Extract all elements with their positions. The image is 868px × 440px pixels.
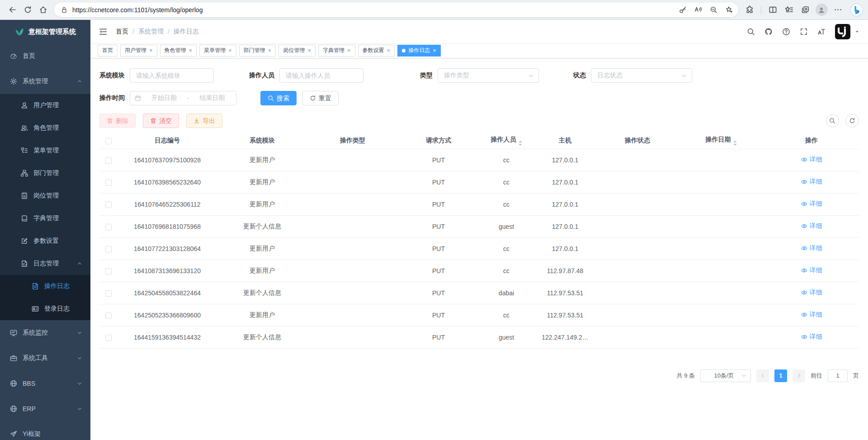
sidebar-item-monitor[interactable]: 系统监控 [0,320,90,345]
row-checkbox[interactable] [105,312,112,319]
detail-link[interactable]: 详细 [801,200,822,208]
row-checkbox[interactable] [105,157,112,164]
detail-link[interactable]: 详细 [801,178,822,186]
sidebar-item-users[interactable]: 用户管理 [0,94,90,117]
row-checkbox[interactable] [105,268,112,274]
address-bar[interactable]: https://ccnetcore.com:1101/system/log/op… [54,3,738,17]
sort-caret-icon[interactable] [519,141,522,146]
sidebar-item-tools[interactable]: 系统工具 [0,345,90,371]
tab-岗位管理[interactable]: 岗位管理× [278,45,316,57]
sidebar-item-logs[interactable]: 日志管理 [0,252,90,275]
browser-refresh-button[interactable] [20,2,35,18]
detail-link[interactable]: 详细 [801,266,822,274]
tab-close-icon[interactable]: × [433,47,436,53]
row-checkbox[interactable] [105,335,112,341]
header-search-button[interactable] [747,28,755,36]
copilot-button[interactable] [850,3,863,17]
tab-close-icon[interactable]: × [189,47,193,53]
split-screen-button[interactable] [765,2,780,18]
tab-首页[interactable]: 首页 [98,45,118,57]
row-checkbox[interactable] [105,224,112,230]
page-number-button[interactable]: 1 [774,369,787,382]
sidebar-item-home[interactable]: 首页 [0,43,90,69]
operator-input[interactable] [279,68,363,83]
next-page-button[interactable] [793,369,805,382]
tab-参数设置[interactable]: 参数设置× [358,45,395,57]
search-button[interactable]: 搜索 [260,91,297,105]
password-manager-button[interactable] [676,3,689,17]
user-avatar[interactable] [835,24,850,39]
date-range-picker[interactable]: 开始日期 - 结束日期 [130,91,236,105]
sidebar-item-bbs[interactable]: BBS [0,371,90,396]
tab-操作日志[interactable]: 操作日志× [397,45,441,57]
extensions-button[interactable] [742,2,757,18]
sidebar-item-posts[interactable]: 岗位管理 [0,185,90,207]
prev-page-button[interactable] [756,369,769,382]
refresh-icon [24,5,32,14]
tab-close-icon[interactable]: × [149,47,153,53]
column-header[interactable]: 操作人员 [491,136,516,143]
sidebar-item-system[interactable]: 系统管理 [0,69,90,94]
select-all-checkbox[interactable] [105,138,112,144]
sidebar-item-roles[interactable]: 角色管理 [0,117,90,139]
export-button[interactable]: 导出 [186,114,222,128]
detail-link[interactable]: 详细 [801,244,822,252]
collections-button[interactable] [797,2,813,18]
detail-link[interactable]: 详细 [801,289,822,297]
row-checkbox[interactable] [105,202,112,208]
tab-部门管理[interactable]: 部门管理× [239,45,276,57]
delete-button[interactable]: 删除 [99,114,136,128]
sidebar-item-menus[interactable]: 菜单管理 [0,139,90,162]
browser-home-button[interactable] [35,2,51,18]
detail-link[interactable]: 详细 [801,156,822,164]
tab-close-icon[interactable]: × [347,47,351,53]
column-header[interactable]: 操作日期 [706,136,731,143]
favorites-bar-button[interactable] [781,2,797,18]
detail-link[interactable]: 详细 [801,333,822,341]
github-link[interactable] [764,28,773,36]
type-select[interactable]: 操作类型 [438,68,539,83]
tab-菜单管理[interactable]: 菜单管理× [199,45,236,57]
sidebar-item-departments[interactable]: 部门管理 [0,162,90,185]
reset-button[interactable]: 重置 [302,91,339,105]
browser-menu-button[interactable] [830,2,845,18]
row-checkbox[interactable] [105,246,112,252]
tab-字典管理[interactable]: 字典管理× [318,45,355,57]
user-menu-caret-icon[interactable] [854,29,860,34]
tab-close-icon[interactable]: × [268,47,272,53]
breadcrumb-item[interactable]: 首页 [116,28,128,36]
sidebar-item-dictionaries[interactable]: 字典管理 [0,207,90,230]
favorite-button[interactable] [722,3,736,17]
sort-caret-icon[interactable] [733,141,737,146]
goto-page-input[interactable] [828,369,848,382]
row-checkbox[interactable] [105,290,112,297]
tab-close-icon[interactable]: × [307,47,311,53]
tab-close-icon[interactable]: × [387,47,391,53]
font-size-button[interactable] [817,28,826,36]
table-refresh-button[interactable] [845,114,859,128]
sidebar-item-parameters[interactable]: 参数设置 [0,230,90,252]
status-select[interactable]: 日志状态 [591,68,692,83]
sidebar-item-yi-framework[interactable]: Yi框架 [0,421,90,440]
fullscreen-button[interactable] [800,28,808,36]
sidebar-item-operation-log[interactable]: 操作日志 [0,275,90,298]
sidebar-item-login-log[interactable]: 登录日志 [0,298,90,320]
tab-用户管理[interactable]: 用户管理× [120,45,157,57]
detail-link[interactable]: 详细 [801,311,822,319]
browser-back-button[interactable] [5,2,20,18]
page-size-select[interactable]: 10条/页 [700,369,751,382]
read-aloud-button[interactable] [691,3,705,17]
browser-profile-button[interactable] [814,2,829,18]
sidebar-collapse-button[interactable] [99,27,108,36]
tab-close-icon[interactable]: × [228,47,232,53]
zoom-out-button[interactable] [707,3,720,17]
help-button[interactable] [782,28,790,36]
sidebar-item-erp[interactable]: ERP [0,396,90,421]
module-input[interactable] [130,68,214,83]
url-text[interactable]: https://ccnetcore.com:1101/system/log/op… [72,6,676,14]
clear-button[interactable]: 清空 [143,114,179,128]
row-checkbox[interactable] [105,180,112,186]
detail-link[interactable]: 详细 [801,222,822,230]
table-search-toggle-button[interactable] [826,114,839,128]
tab-角色管理[interactable]: 角色管理× [160,45,197,57]
